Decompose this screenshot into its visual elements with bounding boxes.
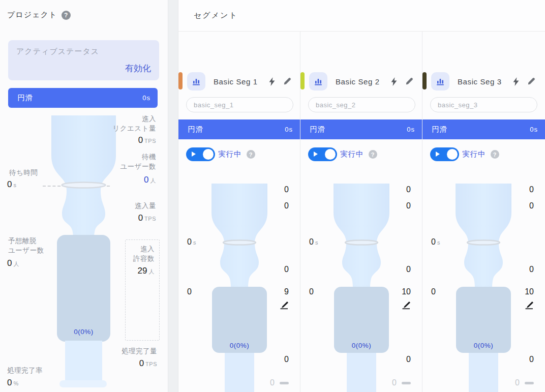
segments-header: セグメント [178, 0, 545, 32]
toggle-knob [325, 149, 336, 160]
segment-color-pill [422, 72, 427, 89]
waiting-users-value: 0 [284, 201, 289, 210]
expected-abandon-value: 0 [187, 287, 192, 296]
expected-abandon-value: 0 [431, 287, 436, 296]
toggle-knob [203, 149, 214, 160]
lightning-icon[interactable] [268, 77, 276, 86]
funnel-neck-ring [467, 240, 500, 245]
segment-mode-value: 0s [530, 126, 538, 133]
entry-allowance-value: 10 [402, 287, 411, 296]
segment-mode-label: 円滑 [310, 125, 325, 134]
segment-head-icons [268, 77, 291, 86]
lightning-icon[interactable] [390, 77, 398, 86]
entry-request-value: 0TPS [138, 135, 156, 145]
expected-abandon-label: 予想離脱 ユーザー数 [8, 236, 44, 255]
segment-mode-label: 円滑 [188, 125, 203, 134]
wait-time-value: 0s [7, 179, 16, 190]
segment-key-input[interactable] [430, 97, 537, 112]
lightning-icon[interactable] [512, 77, 520, 86]
segment-card: Basic Seg 1 円滑 0s 実行中 ? [178, 32, 300, 392]
running-help-icon[interactable]: ? [247, 150, 255, 159]
funnel-neck-ring [345, 240, 378, 245]
completed-amount-value: 0TPS [139, 358, 157, 369]
entry-rate-value: 0 [406, 265, 411, 274]
funnel-upper-shape [51, 115, 116, 240]
funnel-chamber-shape [57, 235, 110, 342]
segment-mode-value: 0s [407, 126, 415, 133]
segment-name: Basic Seg 3 [458, 77, 512, 86]
running-label: 実行中 [340, 149, 364, 159]
running-toggle-row: 実行中 ? [430, 147, 499, 161]
wait-time-value: 0s [431, 237, 440, 247]
active-status-label: アクティブステータス [16, 47, 99, 56]
running-toggle-row: 実行中 ? [308, 147, 377, 161]
bar-chart-icon [431, 72, 449, 91]
running-label: 実行中 [218, 149, 242, 159]
entry-allowance-box: 進入 許容数 29人 [125, 239, 160, 341]
segment-head-row: Basic Seg 1 [187, 72, 293, 91]
segments-panel: セグメント Basic Seg 1 [178, 0, 545, 392]
panel-gutter [168, 0, 178, 392]
project-mode-value: 0s [142, 94, 150, 102]
trend-dash-icon [525, 382, 534, 384]
edit-allowance-icon[interactable] [279, 301, 289, 312]
funnel-outlet-pipe [347, 353, 376, 392]
pencil-icon[interactable] [527, 77, 535, 85]
segment-mode-bar: 円滑 0s [178, 119, 300, 139]
funnel-outlet-pipe [469, 353, 498, 392]
trend-value: 0 [392, 378, 397, 387]
completed-amount-label: 処理完了量 [122, 346, 157, 356]
entry-request-value: 0 [529, 185, 534, 194]
project-funnel-graphic [51, 115, 116, 388]
expected-abandon-value: 0人 [7, 258, 19, 268]
entry-rate-value: 0 [284, 265, 289, 274]
entry-allowance-value: 29人 [126, 263, 159, 276]
completed-value: 0 [406, 355, 411, 364]
segment-columns: Basic Seg 1 円滑 0s 実行中 ? [178, 32, 545, 392]
edit-allowance-icon[interactable] [401, 301, 411, 312]
inside-count: 0(0%) [51, 328, 116, 336]
completed-rate-label: 処理完了率 [7, 366, 43, 375]
edit-allowance-icon[interactable] [524, 301, 534, 312]
pencil-icon[interactable] [283, 77, 291, 85]
funnel-upper-shape [456, 184, 511, 288]
funnel-upper-shape [211, 184, 267, 288]
completed-value: 0 [284, 355, 289, 364]
segment-mode-label: 円滑 [432, 125, 447, 134]
segments-title: セグメント [194, 11, 238, 20]
segment-key-input[interactable] [308, 97, 415, 112]
app: プロジェクト ? アクティブステータス 有効化 円滑 0s 進入 リクエスト量 … [0, 0, 545, 392]
segment-head-icons [512, 77, 535, 86]
segment-card: Basic Seg 2 円滑 0s 実行中 ? [300, 32, 422, 392]
segment-mode-bar: 円滑 0s [300, 119, 422, 139]
entry-request-label: 進入 リクエスト量 [112, 114, 156, 133]
entry-rate-value: 0 [529, 265, 534, 274]
running-help-icon[interactable]: ? [491, 150, 499, 159]
trend-dash-icon [402, 382, 411, 384]
project-mode-bar: 円滑 0s [8, 88, 158, 108]
running-toggle[interactable] [186, 147, 215, 161]
segment-name: Basic Seg 1 [214, 77, 268, 86]
running-toggle[interactable] [430, 147, 459, 161]
funnel-outlet-pipe [65, 341, 102, 384]
segment-mode-bar: 円滑 0s [422, 119, 545, 139]
segment-head-row: Basic Seg 3 [431, 72, 537, 91]
pencil-icon[interactable] [405, 77, 413, 85]
running-help-icon[interactable]: ? [369, 150, 377, 159]
segment-key-input[interactable] [186, 97, 293, 112]
running-toggle[interactable] [308, 147, 337, 161]
segment-color-pill [300, 72, 305, 89]
funnel-outlet-pipe [225, 353, 254, 392]
bar-chart-icon [309, 72, 327, 91]
play-icon [436, 152, 440, 157]
entry-request-value: 0 [284, 185, 289, 194]
toggle-knob [447, 149, 458, 160]
completed-rate-value: 0% [7, 378, 19, 388]
wait-time-value: 0s [309, 237, 318, 247]
segment-name: Basic Seg 2 [336, 77, 390, 86]
project-help-icon[interactable]: ? [62, 11, 71, 20]
segment-head-icons [390, 77, 413, 86]
segment-funnel-graphic [333, 183, 390, 392]
activate-button[interactable]: 有効化 [125, 63, 151, 74]
trend-value: 0 [270, 378, 275, 387]
